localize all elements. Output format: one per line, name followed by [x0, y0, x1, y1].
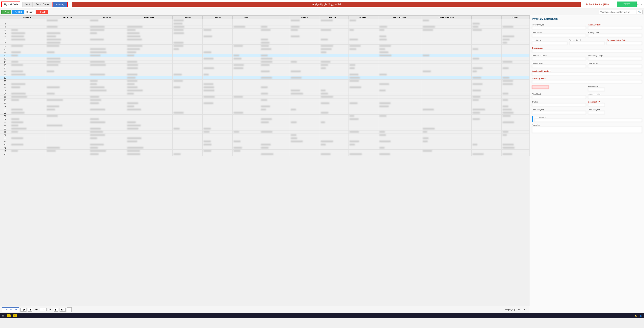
- table-row[interactable]: 11: [0, 51, 530, 54]
- table-row[interactable]: 13: [0, 57, 530, 60]
- inventory-name-value[interactable]: [532, 80, 642, 83]
- contractual-entity-value[interactable]: [532, 57, 586, 60]
- page-input[interactable]: [40, 308, 46, 312]
- location-inventory-value[interactable]: [532, 72, 642, 76]
- col-inout-time[interactable]: In/Out Time: [126, 15, 172, 19]
- inventory-in-date-value[interactable]: [588, 95, 642, 99]
- table-row[interactable]: 30: [0, 111, 530, 115]
- table-row[interactable]: 32: [0, 118, 530, 121]
- pricing-sub-value[interactable]: [532, 85, 549, 89]
- table-row[interactable]: 9: [0, 44, 530, 48]
- add-itt-button[interactable]: + Add ITT: [12, 10, 24, 14]
- new-button[interactable]: + New: [1, 10, 11, 14]
- table-row[interactable]: 6: [0, 35, 530, 38]
- table-row[interactable]: 42: [0, 150, 530, 153]
- table-row[interactable]: 3: [0, 25, 530, 29]
- view-history-button[interactable]: ↺ View History: [2, 308, 19, 312]
- table-row[interactable]: 33: [0, 121, 530, 124]
- contract-qty-bottom-value[interactable]: [535, 119, 642, 122]
- table-row[interactable]: 14: [0, 60, 530, 64]
- transaction-value[interactable]: [532, 49, 642, 53]
- table-row[interactable]: 34: [0, 124, 530, 127]
- table-row[interactable]: 24: [0, 92, 530, 95]
- copy-button[interactable]: ⧉ Copy: [25, 10, 35, 14]
- intank-outtank-value[interactable]: [588, 26, 642, 29]
- table-row[interactable]: 16: [0, 67, 530, 70]
- table-row[interactable]: 36: [0, 130, 530, 134]
- table-row[interactable]: 22: [0, 86, 530, 89]
- table-row[interactable]: 41: [0, 146, 530, 150]
- book-name-value[interactable]: [588, 65, 642, 68]
- tab-spot[interactable]: Spot: [22, 2, 32, 7]
- col-pricing[interactable]: Pricing...: [502, 15, 530, 19]
- table-row[interactable]: 31: [0, 115, 530, 118]
- refresh-button[interactable]: ↻: [67, 308, 72, 312]
- col-contract-no[interactable]: Contract No.: [46, 15, 89, 19]
- last-page-button[interactable]: ▶▶: [60, 308, 66, 312]
- col-intank[interactable]: Intank/Ou...: [10, 15, 46, 19]
- remarks-value[interactable]: [532, 126, 642, 133]
- table-row[interactable]: 23: [0, 89, 530, 92]
- contract-qty-left-value[interactable]: [532, 111, 586, 114]
- contract-no-value[interactable]: [532, 34, 586, 37]
- delete-button[interactable]: ✕ Delete: [36, 10, 48, 14]
- estimated-inout-value[interactable]: [606, 41, 642, 45]
- table-row[interactable]: 5: [0, 32, 530, 35]
- table-row[interactable]: 25: [0, 95, 530, 99]
- col-inv-name[interactable]: Inventory name: [378, 15, 422, 19]
- trading-type1-value[interactable]: [588, 34, 642, 37]
- table-row[interactable]: 39: [0, 140, 530, 143]
- col-qty1[interactable]: Quantity: [172, 15, 202, 19]
- search-input[interactable]: [599, 10, 636, 14]
- search-button[interactable]: 🔍: [637, 10, 643, 14]
- table-row[interactable]: 18: [0, 73, 530, 76]
- table-row[interactable]: 8: [0, 41, 530, 44]
- col-batch-no[interactable]: Batch No.: [89, 15, 126, 19]
- table-row[interactable]: 21: [0, 83, 530, 86]
- table-row[interactable]: 27: [0, 102, 530, 105]
- trading-type2-value[interactable]: [569, 41, 605, 45]
- table-wrapper[interactable]: Intank/Ou... Contract No. Batch No. In/O…: [0, 15, 530, 306]
- first-page-button[interactable]: ◀◀: [20, 308, 26, 312]
- col-inventory[interactable]: Inventory...: [320, 15, 348, 19]
- table-row[interactable]: 1: [0, 19, 530, 22]
- contract-qty-in-value[interactable]: [588, 103, 605, 106]
- table-row[interactable]: 2: [0, 22, 530, 25]
- table-row[interactable]: 15: [0, 64, 530, 67]
- contract-qty-right-value[interactable]: [588, 111, 605, 114]
- table-row[interactable]: 17: [0, 70, 530, 73]
- logistics-no-value[interactable]: [532, 41, 567, 45]
- col-amount[interactable]: Amount: [290, 15, 320, 19]
- table-row[interactable]: 4: [0, 29, 530, 32]
- counterparty-value[interactable]: [532, 65, 586, 68]
- table-row[interactable]: 12: [0, 54, 530, 57]
- table-row[interactable]: 20: [0, 80, 530, 83]
- table-row[interactable]: 29: [0, 108, 530, 111]
- tab-term-frame[interactable]: Term / Frame: [33, 2, 52, 7]
- table-row[interactable]: 40: [0, 143, 530, 146]
- table-row[interactable]: 28: [0, 105, 530, 108]
- inventory-type-value[interactable]: [532, 26, 586, 29]
- col-location[interactable]: Location of invent...: [422, 15, 472, 19]
- table-cell: [172, 102, 202, 105]
- accounting-entity-value[interactable]: [588, 57, 642, 60]
- pricing-uom-value[interactable]: [588, 88, 605, 91]
- col-price[interactable]: Price: [232, 15, 260, 19]
- tab-inventory[interactable]: Inventory: [52, 2, 68, 7]
- tab-physical-deals[interactable]: Physical Deals: [1, 1, 20, 7]
- plan-month-value[interactable]: [532, 95, 586, 99]
- col-estimate[interactable]: Estimate...: [348, 15, 378, 19]
- table-row[interactable]: 38: [0, 137, 530, 140]
- table-row[interactable]: 35: [0, 127, 530, 130]
- trader-value[interactable]: [532, 103, 586, 106]
- table-row[interactable]: 26: [0, 99, 530, 102]
- next-page-button[interactable]: ▶: [54, 308, 58, 312]
- table-row[interactable]: 10: [0, 48, 530, 51]
- table-row[interactable]: 7: [0, 38, 530, 41]
- table-row[interactable]: 43: [0, 153, 530, 156]
- prev-page-button[interactable]: ◀: [28, 308, 32, 312]
- col-qty2[interactable]: Quantity: [202, 15, 232, 19]
- table-row[interactable]: 19: [0, 76, 530, 80]
- table-row[interactable]: 37: [0, 134, 530, 137]
- test-button[interactable]: TEST: [617, 1, 636, 7]
